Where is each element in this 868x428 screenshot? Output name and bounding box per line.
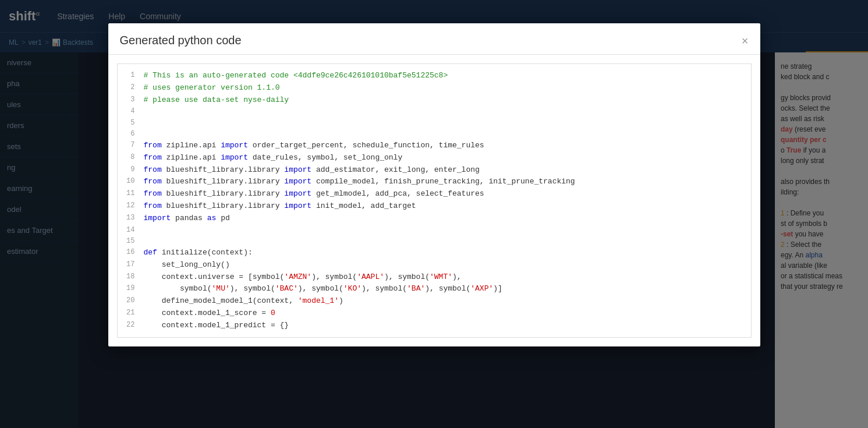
modal-body: 1 # This is an auto-generated code <4ddf… [108, 55, 760, 346]
code-line-6: 6 [118, 129, 751, 140]
code-line-19: 19 symbol('MU'), symbol('BAC'), symbol('… [118, 283, 751, 295]
modal-title: Generated python code [120, 34, 242, 47]
code-line-14: 14 [118, 225, 751, 236]
code-line-11: 11 from blueshift_library.library import… [118, 188, 751, 200]
modal-close-button[interactable]: × [742, 35, 749, 47]
code-line-13: 13 import pandas as pd [118, 213, 751, 225]
code-line-7: 7 from zipline.api import order_target_p… [118, 140, 751, 152]
code-line-4: 4 [118, 106, 751, 117]
code-line-9: 9 from blueshift_library.library import … [118, 164, 751, 176]
modal-overlay: Generated python code × 1 # This is an a… [0, 0, 868, 428]
code-line-16: 16 def initialize(context): [118, 247, 751, 259]
code-block: 1 # This is an auto-generated code <4ddf… [117, 63, 752, 338]
code-line-3: 3 # please use data-set nyse-daily [118, 94, 751, 107]
modal-header: Generated python code × [108, 23, 760, 55]
code-line-12: 12 from blueshift_library.library import… [118, 200, 751, 213]
code-line-21: 21 context.model_1_score = 0 [118, 307, 751, 320]
code-line-18: 18 context.universe = [symbol('AMZN'), s… [118, 271, 751, 284]
modal: Generated python code × 1 # This is an a… [108, 23, 760, 346]
code-line-17: 17 set_long_only() [118, 259, 751, 271]
code-line-8: 8 from zipline.api import date_rules, sy… [118, 152, 751, 164]
code-line-10: 10 from blueshift_library.library import… [118, 176, 751, 188]
code-line-15: 15 [118, 236, 751, 247]
code-line-5: 5 [118, 118, 751, 129]
code-line-22: 22 context.model_1_predict = {} [118, 320, 751, 332]
code-line-20: 20 define_model_model_1(context, 'model_… [118, 295, 751, 307]
code-line-2: 2 # uses generator version 1.1.0 [118, 82, 751, 94]
code-line-1: 1 # This is an auto-generated code <4ddf… [118, 70, 751, 82]
